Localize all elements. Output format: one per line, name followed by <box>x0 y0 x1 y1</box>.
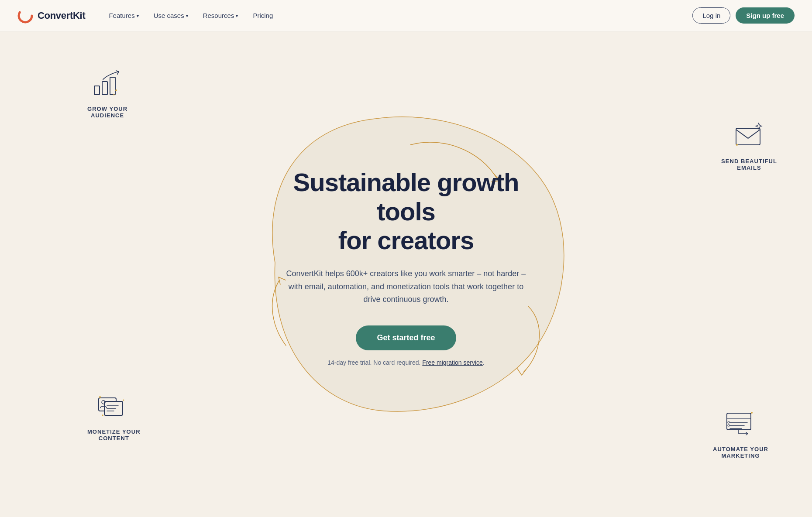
svg-point-23 <box>728 425 729 426</box>
nav-actions: Log in Sign up free <box>692 7 795 24</box>
svg-rect-3 <box>110 77 115 95</box>
login-button[interactable]: Log in <box>692 7 730 24</box>
svg-point-15 <box>102 414 103 416</box>
svg-point-24 <box>751 412 753 414</box>
callout-monetize-label: MONETIZE YOUR CONTENT <box>87 428 141 442</box>
chevron-down-icon: ▾ <box>137 14 139 18</box>
svg-point-5 <box>114 94 115 96</box>
logo[interactable]: ConvertKit <box>17 8 85 24</box>
nav-item-resources[interactable]: Resources ▾ <box>197 8 244 23</box>
nav-item-usecases[interactable]: Use cases ▾ <box>148 8 194 23</box>
svg-point-7 <box>736 144 738 146</box>
callout-automate-label: AUTOMATE YOUR MARKETING <box>713 446 768 459</box>
svg-rect-2 <box>102 82 107 95</box>
nav-links: Features ▾ Use cases ▾ Resources ▾ Prici… <box>103 8 692 23</box>
signup-button[interactable]: Sign up free <box>736 7 795 24</box>
logo-text: ConvertKit <box>38 10 85 21</box>
callout-automate: AUTOMATE YOUR MARKETING <box>713 407 768 459</box>
migration-link[interactable]: Free migration service <box>422 359 483 366</box>
svg-point-14 <box>123 400 124 401</box>
logo-icon <box>17 8 33 24</box>
svg-point-0 <box>19 9 32 22</box>
send-emails-icon <box>732 119 767 154</box>
monetize-icon <box>96 389 131 424</box>
svg-rect-6 <box>736 128 760 145</box>
callout-grow-label: GROW YOUR AUDIENCE <box>87 106 127 119</box>
callout-grow: GROW YOUR AUDIENCE <box>87 66 127 119</box>
callout-email-label: SEND BEAUTIFUL EMAILS <box>721 158 777 171</box>
automate-icon <box>723 407 758 442</box>
navbar: ConvertKit Features ▾ Use cases ▾ Resour… <box>0 0 812 31</box>
hero-trial-text: 14-day free trial. No card required. Fre… <box>266 359 546 366</box>
hero-content: Sustainable growth tools for creators Co… <box>249 142 563 383</box>
svg-point-4 <box>115 89 117 91</box>
callout-monetize: MONETIZE YOUR CONTENT <box>87 389 141 442</box>
nav-item-pricing[interactable]: Pricing <box>247 8 279 23</box>
callout-email: SEND BEAUTIFUL EMAILS <box>721 119 777 171</box>
hero-section: GROW YOUR AUDIENCE SEND BEAUTIFUL EMAILS <box>0 31 812 494</box>
svg-point-13 <box>99 396 101 398</box>
hero-subtitle: ConvertKit helps 600k+ creators like you… <box>279 267 533 306</box>
grow-audience-icon <box>90 66 125 101</box>
svg-rect-17 <box>727 413 751 430</box>
nav-item-features[interactable]: Features ▾ <box>103 8 145 23</box>
chevron-down-icon: ▾ <box>236 14 238 18</box>
svg-rect-1 <box>94 86 100 95</box>
chevron-down-icon: ▾ <box>186 14 188 18</box>
cta-button[interactable]: Get started free <box>356 325 456 350</box>
svg-point-22 <box>728 421 729 423</box>
hero-title: Sustainable growth tools for creators <box>266 168 546 255</box>
